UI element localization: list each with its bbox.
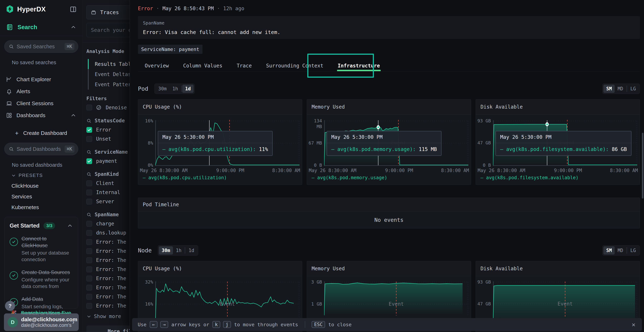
span-name-value: Error: Visa cache full: cannot add new i… <box>143 29 635 35</box>
y-axis-tick-label: 47 GB <box>476 301 491 307</box>
filter-checkbox[interactable] <box>86 199 92 204</box>
filter-option-label: Error: The cr <box>96 303 135 309</box>
filter-checkbox[interactable] <box>86 158 92 164</box>
saved-searches-search[interactable]: ⌘K <box>4 40 78 53</box>
pod-range-1h[interactable]: 1h <box>170 84 181 93</box>
y-axis-tick-label: 93 GB <box>476 118 491 124</box>
sidebar-item-search[interactable]: Search <box>0 18 82 36</box>
filter-option-label: Error: The cr <box>96 276 135 282</box>
x-axis-tick-label: May 26 8:30:00 AM <box>478 168 525 173</box>
close-icon[interactable]: ✕ <box>632 321 636 328</box>
pod-size-lg[interactable]: LG <box>628 84 639 93</box>
bell-icon <box>6 88 12 94</box>
collapse-panel-icon[interactable] <box>70 6 77 13</box>
search-icon[interactable] <box>86 212 92 217</box>
j-key[interactable]: j <box>223 321 231 328</box>
sidebar-item-label: Chart Explorer <box>16 76 51 82</box>
node-size-md[interactable]: MD <box>615 246 626 254</box>
esc-key[interactable]: ESC <box>312 321 325 328</box>
chevron-up-icon[interactable] <box>70 112 76 118</box>
node-range-30m[interactable]: 30m <box>159 246 173 254</box>
filter-checkbox[interactable] <box>86 266 92 272</box>
chart-plot[interactable]: EventMay 26 5:30:00 PM— avg(k8s.pod.file… <box>493 120 637 166</box>
k-key[interactable]: k <box>212 321 220 328</box>
arrow-right-key[interactable]: → <box>160 321 168 328</box>
y-axis-tick-label: 47 GB <box>476 140 491 146</box>
chevron-up-icon[interactable] <box>67 223 73 229</box>
drawer-scrollbar[interactable] <box>642 133 644 198</box>
tooltip-series: — avg(k8s.pod.memory.usage): <box>331 146 416 152</box>
filter-group-name: ServiceName <box>95 149 128 155</box>
filter-option-label: Error: The cr <box>96 284 135 290</box>
filter-checkbox[interactable] <box>86 276 92 282</box>
pod-range-1d[interactable]: 1d <box>182 84 194 93</box>
filter-checkbox[interactable] <box>86 248 92 254</box>
preset-item-services[interactable]: Services <box>12 194 82 200</box>
node-range-1d[interactable]: 1d <box>186 246 197 254</box>
pod-size-md[interactable]: MD <box>615 84 626 93</box>
preset-item-kubernetes[interactable]: Kubernetes <box>12 204 82 210</box>
filter-checkbox[interactable] <box>86 127 92 133</box>
filter-checkbox[interactable] <box>86 180 92 186</box>
tab-trace[interactable]: Trace <box>235 60 253 71</box>
saved-dashboards-input[interactable] <box>17 146 64 152</box>
x-axis-tick-label: May 26 8:30:00 AM <box>140 168 188 173</box>
app-title: HyperDX <box>17 6 46 13</box>
node-range-1h[interactable]: 1h <box>173 246 184 254</box>
chart-card-pod_cpu: CPU Usage (%)16%8%0%EventMay 26 5:30:00 … <box>138 99 302 185</box>
sidebar-item-chart-explorer[interactable]: Chart Explorer <box>0 73 82 85</box>
presets-toggle[interactable]: PRESETS <box>11 172 82 178</box>
filter-checkbox[interactable] <box>86 239 92 245</box>
user-menu[interactable]: D dale@clickhouse.com dale@clickhouse.co… <box>4 314 79 331</box>
chart-tooltip: May 26 5:30:00 PM— avg(k8s.pod.filesyste… <box>496 131 632 156</box>
user-subtitle: dale@clickhouse.com's <box>21 322 72 328</box>
create-dashboard-button[interactable]: + Create Dashboard <box>0 128 82 138</box>
drawer-tabs: OverviewColumn ValuesTraceSurrounding Co… <box>138 60 640 71</box>
filter-option-label: payment <box>96 158 117 164</box>
arrow-left-key[interactable]: ← <box>150 321 158 328</box>
filter-checkbox[interactable] <box>86 136 92 142</box>
chevron-up-icon[interactable] <box>70 24 76 30</box>
kbd-shortcut: ⌘K <box>64 146 74 152</box>
chart-legend: — avg(k8s.pod.cpu.utilization) <box>143 175 300 180</box>
saved-searches-input[interactable] <box>17 44 64 50</box>
search-icon[interactable] <box>86 118 92 123</box>
kbd-shortcut: ⌘K <box>64 43 74 50</box>
filter-checkbox[interactable] <box>86 303 92 309</box>
get-started-title: Get Started <box>10 222 40 229</box>
source-select-label: Traces <box>100 9 119 16</box>
preset-item-clickhouse[interactable]: ClickHouse <box>12 183 82 189</box>
y-axis-tick-label: 16% <box>138 118 153 124</box>
pod-size-sm[interactable]: SM <box>604 84 615 93</box>
help-button[interactable]: ? <box>5 301 15 311</box>
filter-checkbox[interactable] <box>86 294 92 300</box>
filter-checkbox[interactable] <box>86 221 92 227</box>
node-size-sm[interactable]: SM <box>604 246 615 254</box>
filter-checkbox[interactable] <box>86 190 92 195</box>
pod-section-header: Pod 30m1h1d SMMDLG <box>138 82 640 95</box>
service-name-chip[interactable]: ServiceName: payment <box>138 45 202 54</box>
sidebar-item-client-sessions[interactable]: Client Sessions <box>0 97 82 109</box>
filter-option-label: Error: The cr <box>96 239 135 245</box>
search-icon[interactable] <box>86 172 92 177</box>
pod-timeline-empty: No events <box>138 212 640 228</box>
search-icon[interactable] <box>86 150 92 154</box>
chart-plot[interactable]: EventMay 26 5:30:00 PM— avg(k8s.pod.cpu.… <box>155 120 300 166</box>
chart-plot[interactable]: EventMay 26 5:30:00 PM— avg(k8s.pod.memo… <box>324 120 468 166</box>
saved-dashboards-search[interactable]: ⌘K <box>4 143 78 155</box>
tooltip-value: 11% <box>256 146 268 152</box>
get-started-steps: Connect to ClickHouseSet up your databas… <box>10 235 73 316</box>
denoise-checkbox[interactable] <box>86 105 92 110</box>
sidebar-item-alerts[interactable]: Alerts <box>0 85 82 97</box>
filter-checkbox[interactable] <box>86 285 92 290</box>
node-size-lg[interactable]: LG <box>628 246 639 254</box>
sidebar-item-dashboards[interactable]: Dashboards <box>0 109 82 121</box>
filter-checkbox[interactable] <box>86 258 92 263</box>
tab-overview[interactable]: Overview <box>143 60 170 71</box>
x-axis-tick-label: 8:30:00 AM <box>610 168 638 173</box>
pod-range-30m[interactable]: 30m <box>156 84 170 93</box>
tab-column-values[interactable]: Column Values <box>182 60 224 71</box>
chart-tooltip: May 26 5:30:00 PM— avg(k8s.pod.memory.us… <box>327 131 442 156</box>
check-circle-icon <box>10 271 18 280</box>
filter-checkbox[interactable] <box>86 230 92 236</box>
